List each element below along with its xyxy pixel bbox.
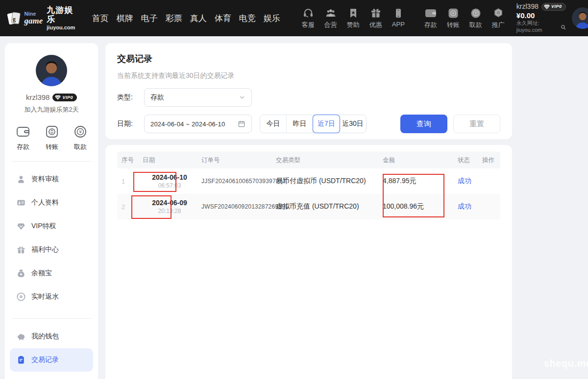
navbar-user-info[interactable]: krzl398 VIP0 ¥0.00 永久网址: jiuyou.com bbox=[516, 2, 566, 34]
headset-icon bbox=[302, 7, 314, 19]
nav-slots[interactable]: 电子 bbox=[141, 13, 158, 24]
user-avatar[interactable] bbox=[572, 7, 588, 29]
balance-amount: ¥0.00 bbox=[516, 11, 566, 21]
svg-text:g: g bbox=[13, 16, 16, 23]
quick-date-last30days[interactable]: 近30日 bbox=[340, 115, 366, 133]
page-subtitle: 当前系统支持查询最近30日的交易记录 bbox=[117, 71, 500, 80]
filters-panel: 交易记录 当前系统支持查询最近30日的交易记录 类型: 存款 日期: 2024-… bbox=[105, 43, 512, 139]
sponsor-button[interactable]: 赞助 bbox=[343, 7, 364, 29]
col-header-date: 日期 bbox=[138, 156, 201, 165]
page-title: 交易记录 bbox=[117, 53, 500, 65]
col-header-status: 状态 bbox=[458, 156, 482, 165]
withdraw-icon bbox=[470, 7, 482, 19]
piggy-bank-icon bbox=[17, 332, 25, 341]
permanent-url: 永久网址: jiuyou.com bbox=[516, 20, 559, 34]
nav-entertainment[interactable]: 娱乐 bbox=[264, 13, 280, 24]
partners-button[interactable]: 合营 bbox=[320, 7, 341, 29]
nav-live[interactable]: 真人 bbox=[190, 13, 207, 24]
svg-text:¥: ¥ bbox=[78, 129, 82, 134]
sidebar: krzl398 VIP0 加入九游娱乐第2天 存款 转账 ¥ 取款 bbox=[5, 43, 98, 379]
col-header-type: 交易类型 bbox=[276, 156, 383, 165]
site-logo[interactable]: g Nine game 九游娱乐 jiuyou.com bbox=[7, 6, 77, 30]
username: krzl398 bbox=[516, 2, 539, 11]
type-select-value: 存款 bbox=[150, 93, 239, 102]
main-nav: 首页 棋牌 电子 彩票 真人 体育 电竞 娱乐 bbox=[92, 13, 280, 24]
sidebar-item-vip[interactable]: VIP特权 bbox=[10, 214, 93, 238]
withdraw-button-top[interactable]: 取款 bbox=[466, 7, 486, 29]
promote-icon bbox=[492, 7, 504, 19]
vip-badge: VIP0 bbox=[541, 3, 566, 11]
quick-date-today[interactable]: 今日 bbox=[260, 115, 287, 133]
transfer-icon bbox=[447, 7, 459, 19]
row-order-no: JWSF202406092013287269891 bbox=[201, 203, 276, 210]
chevron-down-icon bbox=[239, 94, 245, 101]
row-transaction-type: 易币付虚拟币 (USDT/TRC20) bbox=[276, 177, 383, 186]
sidebar-quick-actions: 存款 转账 ¥ 取款 bbox=[5, 125, 98, 151]
gift-icon bbox=[17, 245, 25, 254]
type-select[interactable]: 存款 bbox=[144, 88, 252, 107]
row-time: 20:13:28 bbox=[138, 208, 201, 214]
sidebar-item-yuebao[interactable]: 余额宝 bbox=[10, 261, 93, 285]
sidebar-item-my-wallet[interactable]: 我的钱包 bbox=[10, 325, 93, 348]
quick-date-last7days[interactable]: 近7日 bbox=[313, 115, 340, 133]
sidebar-item-transaction-records[interactable]: 交易记录 bbox=[10, 348, 93, 372]
sidebar-menu-records: 我的钱包 交易记录 投注记录 bbox=[5, 322, 98, 379]
col-header-no: 序号 bbox=[117, 156, 138, 165]
col-header-action: 操作 bbox=[482, 156, 500, 165]
sidebar-item-welfare[interactable]: 福利中心 bbox=[10, 238, 93, 261]
partners-icon bbox=[325, 7, 337, 19]
nav-sports[interactable]: 体育 bbox=[215, 13, 231, 24]
sidebar-avatar[interactable] bbox=[36, 55, 67, 86]
sidebar-withdraw-button[interactable]: ¥ 取款 bbox=[74, 125, 87, 151]
transaction-record-icon bbox=[17, 355, 25, 364]
divider bbox=[12, 318, 91, 319]
search-icon[interactable] bbox=[561, 24, 566, 30]
customer-service-button[interactable]: 客服 bbox=[298, 7, 318, 29]
row-status: 成功 bbox=[458, 202, 482, 211]
row-order-no: JJSF202406100657039397953 bbox=[201, 178, 276, 185]
sidebar-item-profile-review[interactable]: 资料审核 bbox=[10, 167, 93, 191]
nav-esports[interactable]: 电竞 bbox=[239, 13, 256, 24]
row-amount: 4,887.95元 bbox=[383, 177, 458, 186]
deposit-icon bbox=[424, 7, 437, 19]
table-header-row: 序号 日期 订单号 交易类型 金额 状态 操作 bbox=[117, 152, 500, 168]
nav-lottery[interactable]: 彩票 bbox=[166, 13, 182, 24]
sidebar-item-bet-records[interactable]: 投注记录 bbox=[10, 372, 93, 379]
transfer-button-top[interactable]: 转账 bbox=[443, 7, 464, 29]
withdraw-outline-icon: ¥ bbox=[74, 125, 87, 139]
sidebar-item-rebate[interactable]: 实时返水 bbox=[10, 285, 93, 308]
gift-icon bbox=[370, 7, 382, 19]
date-label: 日期: bbox=[117, 119, 144, 128]
app-download-button[interactable]: APP bbox=[388, 7, 409, 29]
money-bag-icon bbox=[17, 269, 25, 278]
app-icon bbox=[392, 7, 404, 19]
sidebar-item-personal-info[interactable]: 个人资料 bbox=[10, 191, 93, 214]
logo-domain: jiuyou.com bbox=[47, 24, 77, 30]
row-date: 2024-06-10 bbox=[138, 173, 201, 181]
row-index: 1 bbox=[117, 178, 138, 185]
nav-home[interactable]: 首页 bbox=[92, 13, 109, 24]
row-status: 成功 bbox=[458, 177, 482, 186]
nav-chess[interactable]: 棋牌 bbox=[117, 13, 133, 24]
deposit-button-top[interactable]: 存款 bbox=[420, 7, 441, 29]
col-header-amount: 金额 bbox=[383, 156, 458, 165]
row-time: 06:57:03 bbox=[138, 182, 201, 189]
date-range-input[interactable]: 2024-06-04 ~ 2024-06-10 bbox=[144, 115, 252, 133]
table-row: 2 2024-06-09 20:13:28 JWSF20240609201328… bbox=[117, 194, 500, 219]
row-date-cell: 2024-06-10 06:57:03 bbox=[138, 173, 201, 189]
reset-button[interactable]: 重置 bbox=[453, 115, 500, 133]
quick-date-yesterday[interactable]: 昨日 bbox=[287, 115, 313, 133]
promotions-button[interactable]: 优惠 bbox=[366, 7, 386, 29]
logo-game: game bbox=[24, 17, 43, 25]
date-range-value: 2024-06-04 ~ 2024-06-10 bbox=[150, 120, 238, 128]
vip-diamond-icon bbox=[543, 4, 550, 10]
search-button[interactable]: 查询 bbox=[400, 115, 447, 133]
promote-button-top[interactable]: 推广 bbox=[488, 7, 509, 29]
navbar-wallet-icons: 存款 转账 取款 推广 bbox=[420, 7, 509, 29]
sidebar-transfer-button[interactable]: 转账 bbox=[45, 125, 59, 151]
row-transaction-type: 虚拟币充值 (USDT/TRC20) bbox=[276, 202, 383, 211]
sidebar-deposit-button[interactable]: 存款 bbox=[16, 125, 30, 151]
table-row: 1 2024-06-10 06:57:03 JJSF20240610065703… bbox=[117, 168, 500, 194]
sponsor-icon bbox=[347, 7, 359, 19]
row-index: 2 bbox=[117, 203, 138, 211]
